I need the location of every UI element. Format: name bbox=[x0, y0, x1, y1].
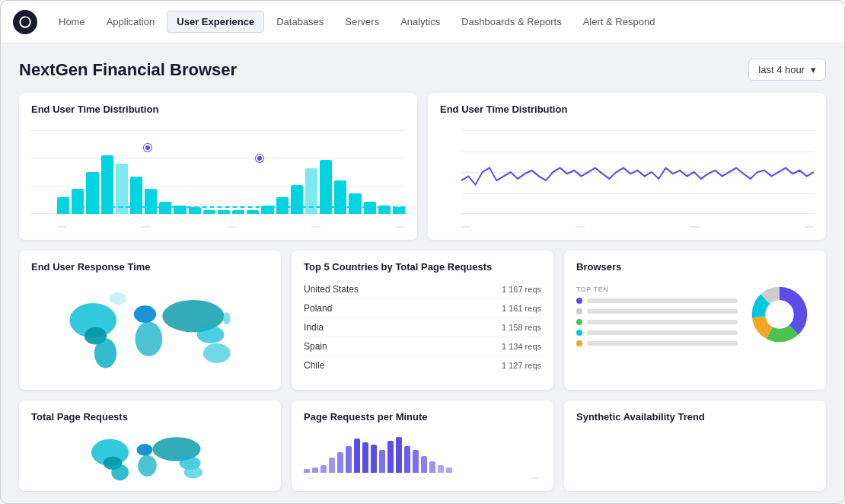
nav-analytics[interactable]: Analytics bbox=[391, 11, 449, 32]
card-avail-title: Synthetic Availability Trend bbox=[576, 411, 814, 423]
svg-point-4 bbox=[134, 305, 156, 323]
svg-point-24 bbox=[184, 467, 203, 479]
page-header: NextGen Financial Browser last 4 hour ▾ bbox=[19, 59, 826, 81]
donut-area: TOP TEN bbox=[576, 280, 814, 352]
world-map-svg bbox=[36, 280, 264, 379]
card-eutime-line-title: End User Time Distribution bbox=[440, 104, 814, 115]
bot-avail-area bbox=[576, 427, 814, 480]
table-row: Spain 1 134 reqs bbox=[304, 337, 541, 356]
country-name: Spain bbox=[304, 341, 327, 352]
table-row: India 1 158 reqs bbox=[304, 318, 541, 337]
x-axis bbox=[57, 226, 405, 228]
bot-bar-area bbox=[304, 427, 541, 480]
bot-map-area bbox=[31, 427, 269, 480]
legend-bar bbox=[587, 298, 738, 303]
nav-home[interactable]: Home bbox=[49, 11, 94, 32]
legend-item bbox=[576, 298, 738, 304]
card-browsers: Browsers TOP TEN bbox=[564, 250, 826, 390]
svg-point-7 bbox=[197, 326, 225, 343]
svg-point-5 bbox=[136, 321, 163, 356]
donut-chart bbox=[745, 280, 814, 352]
x-label bbox=[419, 477, 426, 479]
x-label bbox=[227, 226, 236, 228]
country-name: Poland bbox=[304, 303, 332, 314]
nav-dashboards[interactable]: Dashboards & Reports bbox=[452, 11, 571, 32]
country-reqs: 1 167 reqs bbox=[502, 285, 541, 294]
x-label bbox=[531, 477, 538, 479]
world-map bbox=[31, 280, 269, 379]
nav-application[interactable]: Application bbox=[97, 11, 164, 32]
card-total-title: Total Page Requests bbox=[31, 411, 269, 423]
legend-item bbox=[576, 319, 738, 325]
svg-point-16 bbox=[767, 301, 793, 328]
nav-alert[interactable]: Alert & Respond bbox=[574, 11, 665, 32]
legend-color-dot bbox=[576, 308, 582, 314]
data-point-marker bbox=[144, 144, 151, 152]
card-rpm-title: Page Requests per Minute bbox=[304, 411, 541, 423]
table-row: United States 1 167 reqs bbox=[304, 280, 541, 299]
legend-bar bbox=[587, 330, 738, 335]
bot-map-svg bbox=[31, 427, 269, 480]
bar-chart-area bbox=[31, 123, 405, 229]
country-reqs: 1 161 reqs bbox=[502, 304, 541, 313]
x-label bbox=[57, 226, 66, 228]
x-label bbox=[142, 226, 151, 228]
card-response-title: End User Response Time bbox=[31, 261, 269, 273]
nav-servers[interactable]: Servers bbox=[336, 11, 388, 32]
nav-user-experience[interactable]: User Experience bbox=[167, 11, 264, 33]
line-chart-area bbox=[440, 123, 814, 229]
svg-point-19 bbox=[111, 464, 129, 480]
svg-point-3 bbox=[94, 338, 116, 368]
chevron-down-icon: ▾ bbox=[811, 64, 816, 75]
svg-point-21 bbox=[138, 455, 157, 477]
legend-color-dot bbox=[576, 330, 582, 336]
time-label: last 4 hour bbox=[758, 64, 805, 75]
svg-point-20 bbox=[137, 444, 153, 456]
table-row: Poland 1 161 reqs bbox=[304, 299, 541, 318]
card-countries: Top 5 Countries by Total Page Requests U… bbox=[292, 250, 553, 390]
legend-item bbox=[576, 330, 738, 336]
nav-databases[interactable]: Databases bbox=[267, 11, 333, 32]
country-name: India bbox=[304, 322, 324, 333]
browser-legend: TOP TEN bbox=[576, 285, 738, 346]
bot-row: Total Page Requests Page Requests per Mi… bbox=[19, 400, 826, 491]
time-dropdown[interactable]: last 4 hour ▾ bbox=[748, 59, 826, 81]
card-availability: Synthetic Availability Trend bbox=[564, 400, 826, 491]
page-title: NextGen Financial Browser bbox=[19, 60, 237, 80]
legend-bar bbox=[587, 341, 738, 346]
logo bbox=[13, 10, 37, 34]
country-reqs: 1 134 reqs bbox=[502, 342, 541, 351]
card-browsers-title: Browsers bbox=[576, 261, 814, 273]
navbar: Home Application User Experience Databas… bbox=[1, 1, 844, 43]
x-label bbox=[396, 226, 405, 228]
country-name: United States bbox=[304, 284, 359, 295]
card-countries-title: Top 5 Countries by Total Page Requests bbox=[304, 261, 541, 273]
bars bbox=[57, 130, 405, 214]
donut-svg bbox=[745, 280, 814, 349]
x-label bbox=[690, 226, 700, 228]
top-row: End User Time Distribution bbox=[19, 93, 826, 240]
legend-item bbox=[576, 340, 738, 346]
main-content: NextGen Financial Browser last 4 hour ▾ … bbox=[1, 43, 844, 504]
card-requests-minute: Page Requests per Minute bbox=[292, 400, 553, 491]
x-label bbox=[461, 226, 470, 228]
x-label bbox=[311, 226, 320, 228]
svg-point-9 bbox=[109, 292, 126, 305]
card-eutime-line: End User Time Distribution bbox=[428, 93, 826, 240]
x-label bbox=[805, 226, 814, 228]
legend-bar bbox=[587, 309, 738, 314]
x-label bbox=[576, 226, 585, 228]
legend-bar bbox=[587, 320, 738, 324]
legend-list bbox=[576, 298, 738, 346]
top-ten-label: TOP TEN bbox=[576, 285, 738, 293]
country-reqs: 1 127 reqs bbox=[502, 361, 541, 370]
data-point-marker bbox=[256, 155, 263, 162]
legend-color-dot bbox=[576, 319, 582, 325]
dotted-baseline bbox=[57, 206, 405, 208]
x-label bbox=[307, 477, 314, 479]
country-reqs: 1 158 reqs bbox=[502, 323, 541, 332]
country-name: Chile bbox=[304, 360, 324, 371]
card-eutime-bar-title: End User Time Distribution bbox=[31, 104, 405, 115]
line-chart-svg bbox=[461, 130, 814, 214]
card-eutime-bar: End User Time Distribution bbox=[19, 93, 417, 240]
